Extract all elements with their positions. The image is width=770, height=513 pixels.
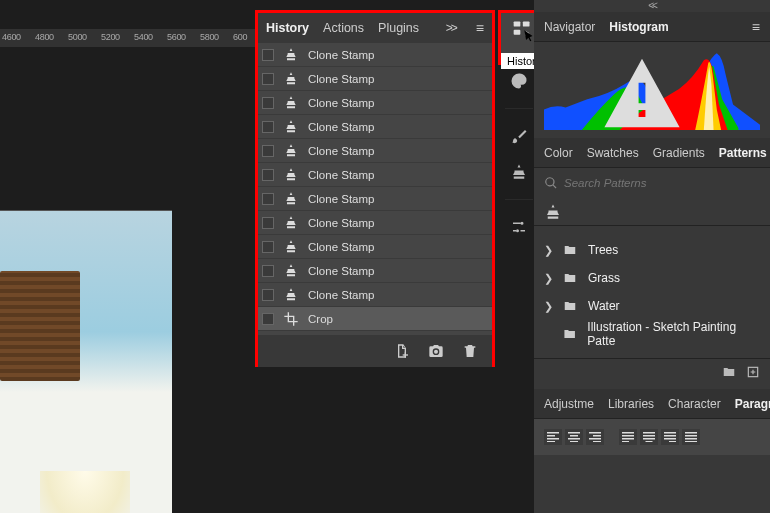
ruler-mark: 4800 (35, 32, 54, 42)
svg-rect-10 (568, 432, 580, 434)
history-row-label: Clone Stamp (308, 265, 374, 277)
svg-rect-17 (593, 441, 601, 442)
tab-plugins[interactable]: Plugins (378, 21, 419, 35)
more-tabs-icon[interactable]: >> (446, 21, 456, 35)
history-checkbox[interactable] (262, 145, 274, 157)
history-row[interactable]: Crop (258, 307, 492, 331)
pattern-group-label: Illustration - Sketch Painting Patte (587, 320, 760, 348)
tab-navigator[interactable]: Navigator (544, 20, 595, 34)
history-checkbox[interactable] (262, 97, 274, 109)
history-list[interactable]: Clone StampClone StampClone StampClone S… (258, 43, 492, 335)
history-row-label: Clone Stamp (308, 193, 374, 205)
tab-swatches[interactable]: Swatches (587, 146, 639, 160)
cached-data-warning-icon[interactable] (524, 52, 760, 134)
pattern-search-input[interactable] (564, 177, 760, 189)
svg-rect-7 (547, 435, 555, 437)
history-row-label: Clone Stamp (308, 217, 374, 229)
tab-color[interactable]: Color (544, 146, 573, 160)
align-center-button[interactable] (565, 429, 583, 445)
ruler-mark: 600 (233, 32, 247, 42)
ruler-mark: 5200 (101, 32, 120, 42)
history-row[interactable]: Clone Stamp (258, 259, 492, 283)
svg-rect-28 (664, 438, 676, 440)
new-group-icon[interactable] (722, 365, 736, 379)
new-pattern-icon[interactable] (746, 365, 760, 379)
tab-gradients[interactable]: Gradients (653, 146, 705, 160)
clone-stamp-icon (282, 214, 300, 232)
history-checkbox[interactable] (262, 121, 274, 133)
pattern-group-item[interactable]: ❯Grass (544, 264, 760, 292)
pattern-group-item[interactable]: ❯Illustration - Sketch Painting Patte (544, 320, 760, 348)
history-row-label: Clone Stamp (308, 169, 374, 181)
right-panel-stack: << Navigator Histogram ≡ Color Swatches … (534, 0, 770, 513)
pattern-group-item[interactable]: ❯Water (544, 292, 760, 320)
clone-stamp-icon (282, 190, 300, 208)
panel-menu-icon[interactable]: ≡ (752, 19, 760, 35)
clone-stamp-icon (282, 46, 300, 64)
history-checkbox[interactable] (262, 73, 274, 85)
collapse-arrows-icon[interactable]: << (534, 0, 770, 12)
tab-paragraph[interactable]: Paragraph (735, 397, 770, 411)
svg-rect-33 (685, 441, 697, 442)
align-left-button[interactable] (544, 429, 562, 445)
history-checkbox[interactable] (262, 169, 274, 181)
pattern-search-row (534, 168, 770, 198)
tab-libraries[interactable]: Libraries (608, 397, 654, 411)
tab-actions[interactable]: Actions (323, 21, 364, 35)
tab-histogram[interactable]: Histogram (609, 20, 668, 34)
history-row[interactable]: Clone Stamp (258, 91, 492, 115)
svg-rect-21 (622, 441, 629, 442)
history-row[interactable]: Clone Stamp (258, 163, 492, 187)
history-row[interactable]: Clone Stamp (258, 187, 492, 211)
tab-adjustments[interactable]: Adjustme (544, 397, 594, 411)
history-checkbox[interactable] (262, 217, 274, 229)
justify-all-button[interactable] (682, 429, 700, 445)
history-row[interactable]: Clone Stamp (258, 67, 492, 91)
history-panel-tabs: History Actions Plugins >> ≡ (258, 13, 492, 43)
svg-rect-31 (685, 435, 697, 437)
history-panel-icon[interactable] (512, 19, 532, 39)
crop-icon (282, 310, 300, 328)
pattern-stamp-icon[interactable] (544, 203, 562, 221)
history-row[interactable]: Clone Stamp (258, 139, 492, 163)
history-row[interactable]: Clone Stamp (258, 211, 492, 235)
snapshot-icon[interactable] (428, 343, 444, 359)
history-row-label: Clone Stamp (308, 289, 374, 301)
panel-menu-icon[interactable]: ≡ (476, 20, 484, 36)
history-checkbox[interactable] (262, 289, 274, 301)
new-document-from-state-icon[interactable] (394, 343, 410, 359)
svg-rect-18 (622, 432, 634, 434)
document-canvas[interactable] (0, 210, 172, 513)
svg-rect-3 (514, 30, 521, 35)
pattern-group-item[interactable]: ❯Trees (544, 236, 760, 264)
svg-rect-2 (514, 22, 521, 27)
navigator-histogram-tabs: Navigator Histogram ≡ (534, 12, 770, 42)
history-row-label: Clone Stamp (308, 49, 374, 61)
delete-icon[interactable] (462, 343, 478, 359)
history-row[interactable]: Clone Stamp (258, 235, 492, 259)
justify-last-left-button[interactable] (619, 429, 637, 445)
justify-last-right-button[interactable] (661, 429, 679, 445)
tab-patterns[interactable]: Patterns (719, 146, 767, 160)
ruler-mark: 5600 (167, 32, 186, 42)
history-row[interactable]: Clone Stamp (258, 43, 492, 67)
tab-character[interactable]: Character (668, 397, 721, 411)
align-right-button[interactable] (586, 429, 604, 445)
history-checkbox[interactable] (262, 49, 274, 61)
chevron-right-icon: ❯ (544, 300, 552, 313)
tab-history[interactable]: History (266, 21, 309, 35)
svg-rect-29 (669, 441, 676, 442)
clone-source-panel-icon[interactable] (510, 163, 528, 181)
justify-last-center-button[interactable] (640, 429, 658, 445)
adjustments-panel-icon[interactable] (510, 218, 528, 236)
history-checkbox[interactable] (262, 313, 274, 325)
history-row-label: Clone Stamp (308, 241, 374, 253)
history-checkbox[interactable] (262, 193, 274, 205)
history-row[interactable]: Clone Stamp (258, 115, 492, 139)
history-row[interactable]: Clone Stamp (258, 283, 492, 307)
svg-rect-16 (589, 438, 601, 440)
history-checkbox[interactable] (262, 265, 274, 277)
history-checkbox[interactable] (262, 241, 274, 253)
clone-stamp-icon (282, 94, 300, 112)
svg-rect-1 (403, 354, 408, 355)
